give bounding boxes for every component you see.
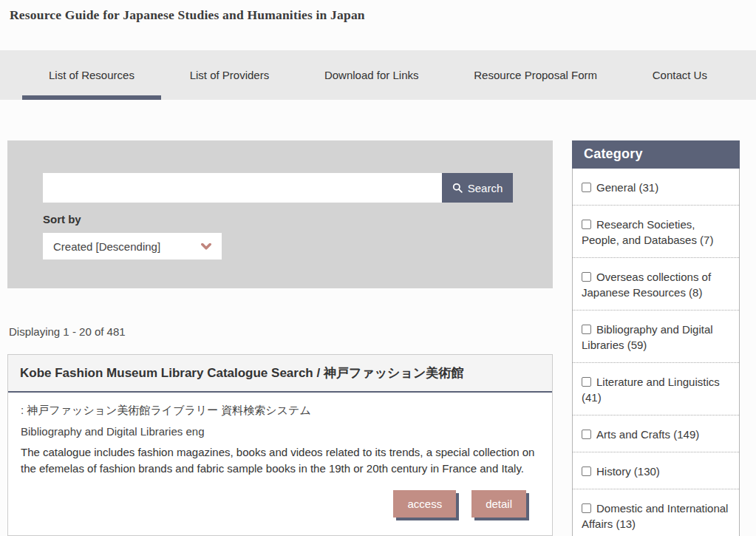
chevron-down-icon: [201, 243, 211, 250]
search-icon: [452, 183, 463, 193]
search-button[interactable]: Search: [442, 173, 513, 203]
category-item-label: Literature and Linguistics (41): [582, 376, 720, 404]
category-item-literature-linguistics[interactable]: Literature and Linguistics (41): [573, 363, 739, 415]
category-item-label: General (31): [596, 181, 658, 194]
search-button-label: Search: [468, 182, 503, 194]
sort-dropdown[interactable]: Created [Descending]: [43, 233, 222, 259]
tab-download-for-links[interactable]: Download for Links: [298, 50, 446, 100]
sort-dropdown-value: Created [Descending]: [53, 240, 160, 253]
tab-contact-us[interactable]: Contact Us: [626, 50, 734, 100]
category-item-label: Research Societies, People, and Database…: [582, 218, 713, 246]
checkbox-icon[interactable]: [582, 325, 591, 334]
checkbox-icon[interactable]: [582, 430, 591, 439]
tab-list-of-resources[interactable]: List of Resources: [22, 50, 161, 100]
checkbox-icon[interactable]: [582, 377, 591, 387]
search-row: Search: [43, 173, 513, 203]
site-header: Resource Guide for Japanese Studies and …: [0, 0, 756, 50]
category-header: Category: [572, 140, 740, 169]
page-title: Resource Guide for Japanese Studies and …: [10, 7, 756, 23]
checkbox-icon[interactable]: [582, 503, 591, 513]
category-item-arts-crafts[interactable]: Arts and Crafts (149): [573, 415, 739, 452]
tab-list-of-providers[interactable]: List of Providers: [163, 50, 296, 100]
result-description: The catalogue includes fashion magazines…: [21, 444, 539, 477]
category-item-overseas-collections[interactable]: Overseas collections of Japanese Resourc…: [573, 258, 739, 311]
sort-by-label: Sort by: [43, 213, 513, 225]
category-item-label: Domestic and International Affairs (13): [582, 502, 728, 530]
detail-button[interactable]: detail: [471, 490, 526, 518]
category-item-label: Overseas collections of Japanese Resourc…: [582, 271, 711, 299]
checkbox-icon[interactable]: [582, 220, 591, 229]
result-body: : 神戸ファッション美術館ライブラリー 資料検索システム Bibliograph…: [8, 393, 552, 535]
checkbox-icon[interactable]: [582, 272, 591, 282]
category-item-label: Bibliography and Digital Libraries (59): [582, 323, 713, 351]
category-item-history[interactable]: History (130): [573, 452, 739, 489]
result-category-line: Bibliography and Digital Libraries eng: [21, 425, 539, 438]
category-item-domestic-international-affairs[interactable]: Domestic and International Affairs (13): [573, 489, 739, 536]
main-column: Search Sort by Created [Descending] Disp…: [7, 140, 553, 536]
category-list: General (31) Research Societies, People,…: [572, 169, 740, 536]
category-item-research-societies[interactable]: Research Societies, People, and Database…: [573, 206, 739, 258]
result-title[interactable]: Kobe Fashion Museum Library Catalogue Se…: [8, 355, 552, 393]
category-item-bibliography-digital-libraries[interactable]: Bibliography and Digital Libraries (59): [573, 311, 739, 363]
search-input[interactable]: [43, 173, 442, 203]
content-area: Search Sort by Created [Descending] Disp…: [0, 140, 756, 536]
result-actions: access detail: [21, 490, 539, 518]
result-card: Kobe Fashion Museum Library Catalogue Se…: [7, 354, 553, 536]
category-item-general[interactable]: General (31): [573, 169, 739, 206]
tab-resource-proposal-form[interactable]: Resource Proposal Form: [447, 50, 624, 100]
result-count: Displaying 1 - 20 of 481: [7, 325, 553, 338]
category-sidebar: Category General (31) Research Societies…: [572, 140, 740, 536]
category-item-label: History (130): [596, 465, 660, 478]
checkbox-icon[interactable]: [582, 183, 591, 192]
category-item-label: Arts and Crafts (149): [596, 428, 699, 441]
search-panel: Search Sort by Created [Descending]: [7, 140, 553, 288]
access-button[interactable]: access: [393, 490, 456, 518]
main-nav: List of Resources List of Providers Down…: [0, 50, 756, 100]
result-subtitle: : 神戸ファッション美術館ライブラリー 資料検索システム: [21, 404, 539, 418]
checkbox-icon[interactable]: [582, 467, 591, 476]
